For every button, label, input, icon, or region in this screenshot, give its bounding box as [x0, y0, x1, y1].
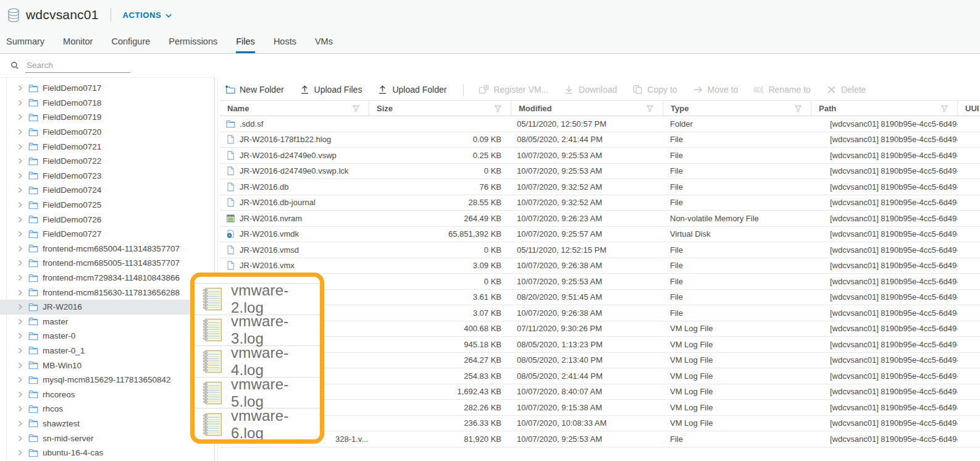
sidebar-item-mysql-mcm815629-117813650842[interactable]: mysql-mcm815629-117813650842 — [0, 373, 214, 387]
file-row[interactable]: 282.26 KB10/07/2020, 9:15:38 AMVM Log Fi… — [220, 400, 980, 416]
file-row[interactable]: JR-W2016.vmx3.09 KB10/07/2020, 9:26:38 A… — [220, 258, 980, 274]
file-row[interactable]: JR-W2016.db76 KB10/07/2020, 9:32:52 AMFi… — [220, 179, 980, 195]
file-row[interactable]: JR-W2016.db-journal28.55 KB10/07/2020, 9… — [220, 195, 980, 211]
chevron-right-icon — [17, 289, 23, 296]
file-uuid-cell — [958, 337, 980, 352]
chevron-right-icon — [17, 318, 23, 325]
file-row[interactable]: JR-W2016-d24749e0.vswp0.25 KB10/07/2020,… — [220, 148, 980, 164]
table-body: .sdd.sf05/11/2020, 12:50:57 PMFolder[wdc… — [220, 116, 980, 447]
sidebar-item-fielddemo0724[interactable]: FieldDemo0724 — [0, 183, 214, 198]
sidebar-item-ubuntu-16-4-cas[interactable]: ubuntu-16-4-cas — [0, 446, 214, 460]
zoom-callout-label: vmware-4.log — [231, 344, 320, 379]
new-folder-button[interactable]: New Folder — [225, 85, 284, 95]
search-input[interactable] — [25, 59, 130, 73]
sidebar-item-fielddemo0722[interactable]: FieldDemo0722 — [0, 154, 214, 169]
file-path: [wdcvsanc01] 8190b95e-4cc5-6d49-... — [811, 211, 958, 226]
sidebar-item-fielddemo0727[interactable]: FieldDemo0727 — [0, 227, 214, 242]
tree-item-label: FieldDemo0726 — [43, 215, 101, 224]
caret-down-icon — [165, 14, 172, 18]
zoom-callout-item: vmware-3.log — [195, 315, 320, 347]
sidebar-item-fielddemo0717[interactable]: FieldDemo0717 — [0, 81, 214, 96]
sidebar-item-rhcos[interactable]: rhcos — [0, 402, 214, 417]
folder-icon — [226, 119, 235, 129]
file-size: 945.18 KB — [369, 337, 511, 352]
file-row[interactable]: JR-W2016.vmsd0 KB05/11/2020, 12:52:15 PM… — [220, 242, 980, 258]
sidebar-item-frontend-mcm815630-117813656288[interactable]: frontend-mcm815630-117813656288 — [0, 285, 214, 300]
sidebar-item-mb-win10[interactable]: MB-Win10 — [0, 358, 214, 373]
file-row[interactable]: 0 KB10/07/2020, 9:25:53 AMFile[wdcvsanc0… — [220, 274, 980, 290]
chevron-right-icon — [17, 449, 23, 456]
upload-folder-button[interactable]: Upload Folder — [377, 85, 446, 95]
tree-item-label: FieldDemo0721 — [43, 142, 101, 151]
sidebar-item-fielddemo0723[interactable]: FieldDemo0723 — [0, 169, 214, 184]
file-modified: 10/07/2020, 9:25:53 AM — [511, 164, 663, 179]
tree-item-label: master — [43, 317, 68, 326]
sidebar-item-fielddemo0719[interactable]: FieldDemo0719 — [0, 110, 214, 125]
file-row[interactable]: 400.68 KB07/11/2020, 9:30:26 PMVM Log Fi… — [220, 321, 980, 337]
file-size: 0 KB — [369, 242, 511, 258]
sidebar-item-sn-mid-server[interactable]: sn-mid-server — [0, 431, 214, 446]
file-row[interactable]: 3.07 KB10/07/2020, 9:26:38 AMFile[wdcvsa… — [220, 305, 980, 321]
tab-configure[interactable]: Configure — [111, 29, 150, 53]
file-row[interactable]: JR-W2016-d24749e0.vswp.lck0 KB10/07/2020… — [220, 164, 980, 180]
sidebar-item-frontend-mcm729834-114810843866[interactable]: frontend-mcm729834-114810843866 — [0, 271, 214, 285]
rename-icon — [753, 85, 764, 95]
folder-icon — [28, 98, 38, 107]
sidebar-item-shawztest[interactable]: shawztest — [0, 417, 214, 431]
sidebar-item-fielddemo0721[interactable]: FieldDemo0721 — [0, 139, 214, 154]
file-size: 3.07 KB — [369, 305, 511, 321]
toolbar-button-label: Upload Folder — [392, 85, 446, 95]
tab-monitor[interactable]: Monitor — [63, 29, 93, 53]
sidebar-item-master[interactable]: master — [0, 315, 214, 329]
file-modified: 05/11/2020, 12:50:57 PM — [511, 116, 663, 132]
sidebar-item-master-0[interactable]: master-0 — [0, 329, 214, 344]
file-row[interactable]: JR-W2016-178f1b22.hlog0.09 KB08/05/2020,… — [220, 132, 980, 148]
tab-summary[interactable]: Summary — [6, 29, 44, 53]
file-icon — [226, 245, 235, 255]
folder-icon — [28, 186, 38, 195]
actions-menu-button[interactable]: ACTIONS — [123, 11, 172, 20]
file-uuid-cell — [958, 132, 980, 148]
table-header-row: NameSizeModifiedTypePathUUI — [220, 100, 980, 116]
folder-icon — [28, 332, 38, 340]
file-row[interactable]: 1,692.43 KB10/07/2020, 8:40:07 AMVM Log … — [220, 384, 980, 400]
file-uuid-cell — [958, 416, 980, 431]
file-row[interactable]: 3.61 KB08/20/2020, 9:51:45 AMFile[wdcvsa… — [220, 290, 980, 306]
sidebar-item-frontend-mcm685004-113148357707[interactable]: frontend-mcm685004-113148357707 — [0, 242, 214, 256]
log-file-icon — [201, 412, 224, 437]
tab-vms[interactable]: VMs — [315, 29, 333, 53]
file-path: [wdcvsanc01] 8190b95e-4cc5-6d49-... — [811, 227, 958, 242]
tab-hosts[interactable]: Hosts — [274, 29, 296, 53]
folder-icon — [28, 274, 38, 282]
sidebar-item-fielddemo0718[interactable]: FieldDemo0718 — [0, 96, 214, 111]
file-row[interactable]: JR-W2016.vmdk65,851,392 KB10/07/2020, 9:… — [220, 227, 980, 243]
tab-permissions[interactable]: Permissions — [169, 29, 217, 53]
file-row[interactable]: 328-1.v...81,920 KB10/07/2020, 9:25:53 A… — [220, 431, 980, 447]
tab-files[interactable]: Files — [236, 29, 255, 53]
file-name-cell: .sdd.sf — [220, 116, 369, 132]
toolbar-button-label: Upload Files — [314, 85, 362, 95]
upload-files-button[interactable]: Upload Files — [299, 85, 362, 95]
zoom-callout-label: vmware-3.log — [231, 313, 320, 347]
zoom-callout-item: vmware-6.log — [195, 408, 320, 440]
file-row[interactable]: 264.27 KB08/05/2020, 2:13:40 PMVM Log Fi… — [220, 353, 980, 369]
sidebar-item-jr-w2016[interactable]: JR-W2016 — [0, 300, 214, 315]
sidebar-item-fielddemo0720[interactable]: FieldDemo0720 — [0, 125, 214, 140]
tab-bar: SummaryMonitorConfigurePermissionsFilesH… — [0, 29, 351, 53]
file-row[interactable]: 236.33 KB10/07/2020, 10:08:33 AMVM Log F… — [220, 416, 980, 432]
file-uuid-cell — [958, 116, 980, 132]
sidebar-item-fielddemo0726[interactable]: FieldDemo0726 — [0, 212, 214, 227]
file-row[interactable]: 945.18 KB08/05/2020, 1:13:23 PMVM Log Fi… — [220, 337, 980, 353]
file-modified: 10/07/2020, 10:08:33 AM — [511, 416, 663, 431]
register-vm-icon — [479, 85, 489, 95]
file-row[interactable]: .sdd.sf05/11/2020, 12:50:57 PMFolder[wdc… — [220, 116, 980, 132]
chevron-right-icon — [17, 85, 23, 91]
sidebar-item-master-0-1[interactable]: master-0_1 — [0, 344, 214, 358]
sidebar-item-rhcoreos[interactable]: rhcoreos — [0, 387, 214, 402]
file-row[interactable]: 254.83 KB08/05/2020, 2:41:44 PMVM Log Fi… — [220, 368, 980, 384]
file-uuid-cell — [958, 164, 980, 179]
folder-icon — [28, 171, 38, 180]
sidebar-item-fielddemo0725[interactable]: FieldDemo0725 — [0, 198, 214, 213]
sidebar-item-frontend-mcm685005-113148357707[interactable]: frontend-mcm685005-113148357707 — [0, 256, 214, 271]
file-row[interactable]: JR-W2016.nvram264.49 KB10/07/2020, 9:26:… — [220, 211, 980, 227]
